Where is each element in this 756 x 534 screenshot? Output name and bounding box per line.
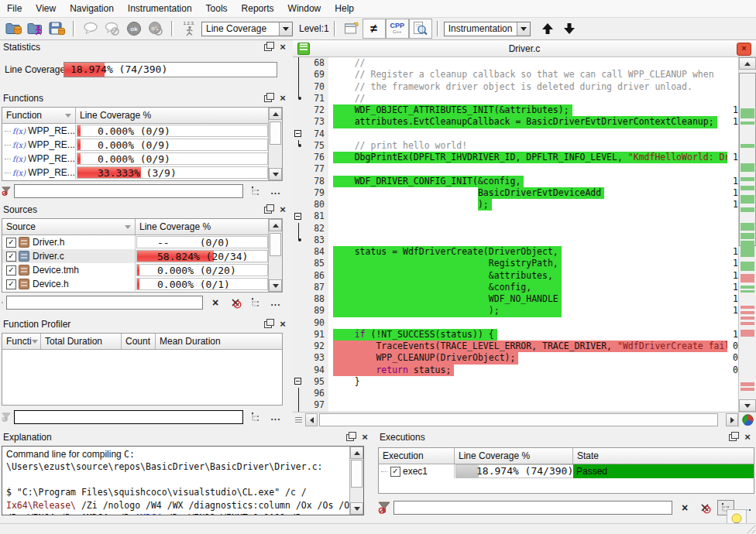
- float-panel-button[interactable]: [263, 94, 273, 104]
- function-row[interactable]: f(x)WPP_RE...33.333% (3/9): [2, 166, 269, 180]
- fold-marker[interactable]: [293, 376, 305, 388]
- chevron-down-icon[interactable]: [517, 22, 530, 36]
- fold-marker[interactable]: [293, 211, 305, 222]
- code-line[interactable]: 72 WDF_OBJECT_ATTRIBUTES_INIT(&attribute…: [293, 104, 738, 116]
- code-line[interactable]: 74: [293, 128, 738, 140]
- search-button[interactable]: [409, 19, 432, 39]
- code-line[interactable]: 85 RegistryPath,1: [293, 258, 738, 269]
- checkbox[interactable]: ✓: [6, 238, 16, 248]
- code-line[interactable]: 83: [293, 234, 738, 246]
- scroll-up-button[interactable]: [269, 219, 282, 231]
- code-line[interactable]: 92 TraceEvents(TRACE_LEVEL_ERROR, TRACE_…: [293, 341, 738, 352]
- filter-icon[interactable]: [2, 296, 3, 309]
- column-header-state[interactable]: State: [573, 448, 754, 464]
- column-header-source[interactable]: Source: [2, 219, 136, 234]
- functions-filter-input[interactable]: [14, 184, 243, 198]
- scroll-left-button[interactable]: [305, 413, 318, 426]
- float-panel-button[interactable]: [263, 43, 273, 53]
- function-row[interactable]: f(x)WPP_RE...0.000% (0/9): [2, 124, 269, 138]
- column-header-execution[interactable]: Execution: [379, 448, 455, 464]
- float-panel-button[interactable]: [263, 205, 273, 215]
- validate-button[interactable]: ok: [123, 19, 145, 38]
- execution-row[interactable]: ✓exec118.974% (74/390)Passed: [379, 464, 754, 478]
- analysis-mode-combobox[interactable]: Instrumentation: [444, 22, 531, 36]
- column-header-mean-duration[interactable]: Mean Duration: [156, 334, 282, 349]
- scrollbar-thumb[interactable]: [270, 233, 281, 256]
- code-line[interactable]: 93 WPP_CLEANUP(DriverObject);0: [293, 352, 738, 364]
- menu-item-reports[interactable]: Reports: [235, 1, 281, 16]
- code-line[interactable]: 88 WDF_NO_HANDLE1: [293, 293, 738, 305]
- scroll-down-button[interactable]: [269, 279, 282, 292]
- editor-vertical-scrollbar[interactable]: [738, 57, 756, 412]
- menu-item-instrumentation[interactable]: Instrumentation: [121, 1, 199, 16]
- previous-button[interactable]: [537, 19, 558, 38]
- scroll-up-button[interactable]: [739, 57, 756, 70]
- new-window-button[interactable]: [341, 19, 363, 38]
- code-line[interactable]: 89 );1: [293, 305, 738, 317]
- checkbox[interactable]: ✓: [390, 467, 400, 477]
- float-panel-button[interactable]: [345, 433, 356, 443]
- explanation-scrollbar[interactable]: [349, 447, 363, 515]
- code-line[interactable]: 94 return status;0: [293, 365, 738, 376]
- code-line[interactable]: 84 status = WdfDriverCreate(DriverObject…: [293, 246, 738, 258]
- scroll-right-button[interactable]: [726, 413, 738, 426]
- code-line[interactable]: 82: [293, 223, 738, 234]
- code-line[interactable]: 87 &config,1: [293, 282, 738, 293]
- coverage-minimap[interactable]: [739, 71, 756, 398]
- open-execution-report-button[interactable]: [25, 19, 46, 38]
- clear-filter-button[interactable]: ×: [208, 296, 223, 310]
- code-line[interactable]: 71 //: [293, 93, 738, 104]
- coverage-mode-combobox[interactable]: Line Coverage: [201, 22, 293, 36]
- comparison-mode-button[interactable]: ≠: [363, 19, 386, 39]
- column-header-count[interactable]: Count: [122, 334, 156, 349]
- code-line[interactable]: 97: [293, 399, 738, 411]
- coverage-pie-button[interactable]: [738, 412, 756, 427]
- scrollbar-thumb[interactable]: [319, 413, 718, 426]
- column-header-function[interactable]: Function: [2, 108, 76, 123]
- invalidate-button[interactable]: ok: [145, 19, 167, 38]
- sources-scrollbar[interactable]: [268, 219, 282, 292]
- tree-view-button[interactable]: [248, 184, 263, 198]
- more-options-button[interactable]: ...: [268, 296, 284, 310]
- menu-item-tools[interactable]: Tools: [199, 1, 235, 16]
- executions-filter-input[interactable]: [393, 501, 672, 515]
- execution-counts-button[interactable]: 1.2.3.: [178, 19, 200, 38]
- code-line[interactable]: 86 &attributes,1: [293, 270, 738, 282]
- code-line[interactable]: 73 attributes.EvtCleanupCallback = Basic…: [293, 116, 738, 128]
- column-header-line-coverage[interactable]: Line Coverage %: [76, 108, 269, 123]
- scroll-up-button[interactable]: [350, 447, 363, 459]
- column-header-line-coverage[interactable]: Line Coverage %: [136, 219, 269, 234]
- column-header-line-coverage[interactable]: Line Coverage %: [455, 448, 573, 464]
- float-panel-button[interactable]: [727, 433, 738, 443]
- checkbox[interactable]: ✓: [6, 265, 16, 276]
- sources-filter-input[interactable]: [6, 296, 203, 310]
- column-header-total-duration[interactable]: Total Duration: [41, 334, 122, 349]
- fold-collapse-icon[interactable]: [294, 130, 301, 137]
- code-line[interactable]: 70 // the framework driver object is del…: [293, 81, 738, 93]
- source-row[interactable]: ✓Driver.h-- (0/0): [2, 235, 269, 249]
- tree-view-button[interactable]: [248, 410, 263, 424]
- fold-collapse-icon[interactable]: [294, 213, 301, 220]
- code-line[interactable]: 90: [293, 317, 738, 329]
- function-row[interactable]: f(x)WPP_RE...0.000% (0/9): [2, 138, 269, 152]
- code-line[interactable]: 79 BasicDriverEvtDeviceAdd1: [293, 187, 738, 199]
- filter-icon[interactable]: [378, 501, 390, 514]
- menu-item-file[interactable]: File: [0, 1, 29, 16]
- close-editor-button[interactable]: ×: [737, 43, 751, 56]
- exclude-filter-button[interactable]: [228, 296, 243, 310]
- menu-item-view[interactable]: View: [29, 1, 63, 16]
- scrollbar-thumb[interactable]: [351, 460, 363, 488]
- source-language-button[interactable]: CPP C++: [386, 19, 409, 39]
- exclude-filter-button[interactable]: [697, 501, 713, 515]
- code-line[interactable]: 80 );1: [293, 199, 738, 211]
- more-options-button[interactable]: ...: [268, 410, 284, 424]
- open-coverage-database-button[interactable]: [3, 19, 25, 38]
- code-line[interactable]: 69 // Register a cleanup callback so tha…: [293, 69, 738, 80]
- code-line[interactable]: 77: [293, 163, 738, 175]
- editor-horizontal-scrollbar[interactable]: [293, 412, 756, 427]
- code-line[interactable]: 81: [293, 211, 738, 222]
- menu-item-window[interactable]: Window: [281, 1, 328, 16]
- scroll-down-button[interactable]: [739, 399, 756, 412]
- scroll-up-button[interactable]: [269, 108, 282, 120]
- scrollbar-thumb[interactable]: [270, 122, 281, 145]
